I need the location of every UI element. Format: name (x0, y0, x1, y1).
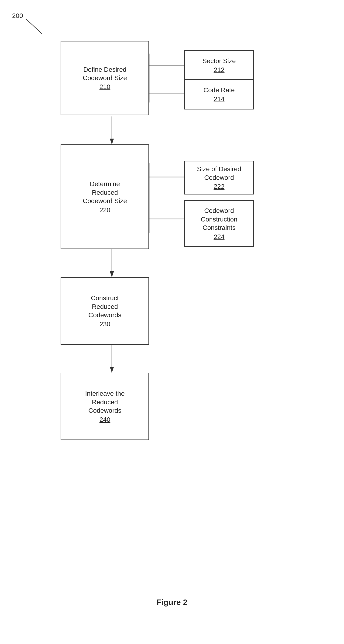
code-rate-title: Code Rate (203, 86, 235, 94)
interleave-title: Interleave the Reduced Codewords (85, 390, 125, 415)
construct-title: Construct Reduced Codewords (88, 294, 121, 319)
constraints-title: Codeword Construction Constraints (201, 206, 237, 232)
figure-label: Figure 2 (149, 598, 195, 607)
define-codeword-box: Define Desired Codeword Size 210 (61, 41, 149, 115)
constraints-num: 224 (214, 233, 225, 240)
code-rate-num: 214 (214, 95, 225, 103)
interleave-num: 240 (100, 416, 111, 424)
code-rate-box: Code Rate 214 (184, 79, 254, 110)
sector-size-title: Sector Size (202, 57, 236, 65)
constraints-box: Codeword Construction Constraints 224 (184, 200, 254, 247)
determine-codeword-num: 220 (100, 206, 111, 214)
construct-num: 230 (100, 320, 111, 328)
svg-line-1 (26, 19, 42, 34)
define-codeword-num: 210 (100, 83, 111, 90)
size-desired-num: 222 (214, 183, 225, 190)
interleave-box: Interleave the Reduced Codewords 240 (61, 373, 149, 440)
define-codeword-title: Define Desired Codeword Size (83, 66, 127, 82)
determine-codeword-title: Determine Reduced Codeword Size (83, 180, 127, 205)
size-desired-box: Size of Desired Codeword 222 (184, 161, 254, 194)
sector-size-num: 212 (214, 66, 225, 74)
size-desired-title: Size of Desired Codeword (197, 165, 241, 182)
sector-size-box: Sector Size 212 (184, 50, 254, 80)
construct-codewords-box: Construct Reduced Codewords 230 (61, 277, 149, 345)
diagram-ref-label: 200 (12, 12, 23, 20)
determine-codeword-box: Determine Reduced Codeword Size 220 (61, 144, 149, 249)
